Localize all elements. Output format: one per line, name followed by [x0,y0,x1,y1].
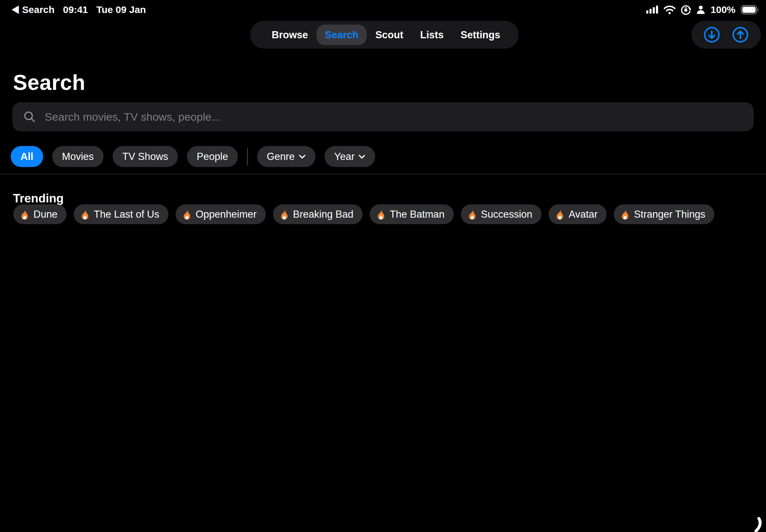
trending-chip-the-batman[interactable]: The Batman [370,204,454,224]
trending-chip-label: Oppenheimer [196,209,257,219]
search-input[interactable] [44,110,743,124]
nav-tab-lists[interactable]: Lists [412,25,452,45]
page-title: Search [13,70,85,95]
nav-tab-browse[interactable]: Browse [263,25,316,45]
trending-chip-label: Breaking Bad [293,209,353,219]
chevron-down-icon [298,154,306,159]
trending-chip-dune[interactable]: Dune [13,204,67,224]
nav-tab-search[interactable]: Search [316,25,367,45]
trending-chips: Dune The Last of Us Oppenheimer Breaking… [13,204,714,224]
trending-title: Trending [13,192,64,205]
filter-chips: AllMoviesTV ShowsPeopleGenre Year [11,146,375,167]
trending-chip-label: The Last of Us [94,209,159,219]
filter-chip-people[interactable]: People [187,146,238,167]
bottom-right-crescent-mark [753,517,763,532]
trending-chip-the-last-of-us[interactable]: The Last of Us [74,204,168,224]
arrow-up-circle-icon [732,26,749,43]
wifi-icon [664,6,675,14]
trending-chip-label: Avatar [569,209,598,219]
upload-button[interactable] [732,26,749,43]
filter-chip-all[interactable]: All [11,146,43,167]
flame-icon [556,209,564,220]
flame-icon [20,209,29,220]
battery-icon [741,5,760,15]
status-time: 09:41 [63,4,88,15]
flame-icon [280,209,288,220]
back-to-app-indicator[interactable]: Search [12,4,55,15]
user-icon [696,5,705,14]
trending-chip-label: Stranger Things [634,209,705,219]
search-icon [23,111,36,123]
chevron-down-icon [358,154,365,159]
status-bar: Search 09:41 Tue 09 Jan 100% [0,0,766,17]
filter-dropdown-label: Year [334,151,355,162]
rotation-lock-icon [681,5,691,15]
nav-tab-settings[interactable]: Settings [452,25,509,45]
download-button[interactable] [703,26,720,43]
flame-icon [468,209,477,220]
filter-dropdown-genre[interactable]: Genre [257,146,315,167]
header-actions [691,21,761,49]
filter-dropdown-year[interactable]: Year [324,146,375,167]
filter-divider [247,148,248,166]
trending-chip-breaking-bad[interactable]: Breaking Bad [273,204,362,224]
trending-chip-stranger-things[interactable]: Stranger Things [614,204,714,224]
filter-chip-tv-shows[interactable]: TV Shows [113,146,178,167]
trending-chip-oppenheimer[interactable]: Oppenheimer [176,204,266,224]
status-date: Tue 09 Jan [96,4,146,15]
trending-chip-label: Succession [481,209,533,219]
section-divider [0,174,766,174]
flame-icon [81,209,89,220]
trending-chip-label: The Batman [390,209,445,219]
nav-tab-scout[interactable]: Scout [367,25,412,45]
trending-chip-succession[interactable]: Succession [461,204,542,224]
flame-icon [183,209,191,220]
trending-chip-label: Dune [33,209,57,219]
flame-icon [621,209,629,220]
back-triangle-icon [12,6,19,14]
nav-tabs: BrowseSearchScoutListsSettings [250,21,519,49]
arrow-down-circle-icon [703,26,720,43]
search-bar[interactable] [12,102,754,131]
back-app-label: Search [22,4,55,15]
filter-dropdown-label: Genre [267,151,295,162]
battery-percent: 100% [711,4,736,15]
trending-chip-avatar[interactable]: Avatar [549,204,607,224]
cellular-signal-icon [646,5,659,14]
flame-icon [377,209,385,220]
filter-chip-movies[interactable]: Movies [52,146,103,167]
